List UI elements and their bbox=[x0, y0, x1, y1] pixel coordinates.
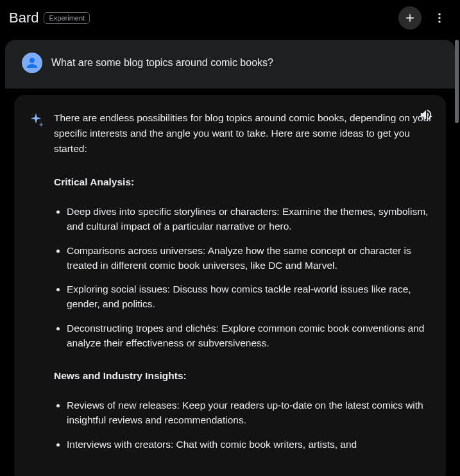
more-options-button[interactable] bbox=[428, 6, 451, 30]
user-avatar bbox=[22, 53, 42, 73]
brand-name: Bard bbox=[9, 10, 38, 26]
scrollbar[interactable] bbox=[455, 40, 459, 123]
header: Bard Experiment bbox=[0, 0, 460, 36]
response-container: There are endless possibilities for blog… bbox=[14, 95, 446, 476]
list-item: Interviews with creators: Chat with comi… bbox=[67, 437, 433, 452]
section-heading: Critical Analysis: bbox=[54, 174, 433, 190]
more-vertical-icon bbox=[433, 12, 446, 24]
section-heading: News and Industry Insights: bbox=[54, 368, 433, 384]
sparkle-icon bbox=[27, 112, 45, 130]
header-left: Bard Experiment bbox=[9, 10, 90, 26]
bard-avatar bbox=[27, 112, 45, 130]
bullet-list: Reviews of new releases: Keep your reade… bbox=[54, 398, 433, 452]
person-icon bbox=[24, 55, 40, 71]
list-item: Exploring social issues: Discuss how com… bbox=[67, 282, 433, 312]
user-message: What are some blog topics around comic b… bbox=[5, 40, 455, 89]
list-item: Deep dives into specific storylines or c… bbox=[67, 204, 433, 234]
list-item: Reviews of new releases: Keep your reade… bbox=[67, 398, 433, 428]
list-item: Deconstructing tropes and clichés: Explo… bbox=[67, 321, 433, 351]
svg-point-3 bbox=[438, 17, 440, 19]
list-item: Comparisons across universes: Analyze ho… bbox=[67, 243, 433, 273]
experiment-badge: Experiment bbox=[44, 12, 90, 24]
svg-point-4 bbox=[438, 21, 440, 22]
new-chat-button[interactable] bbox=[398, 6, 422, 30]
svg-point-5 bbox=[30, 58, 35, 63]
svg-point-2 bbox=[438, 13, 440, 15]
header-right bbox=[398, 6, 451, 30]
plus-icon bbox=[404, 12, 416, 24]
response-content: There are endless possibilities for blog… bbox=[27, 110, 433, 470]
response-intro: There are endless possibilities for blog… bbox=[54, 110, 433, 157]
response-text: There are endless possibilities for blog… bbox=[54, 110, 433, 470]
conversation-container: What are some blog topics around comic b… bbox=[0, 36, 460, 476]
speaker-icon bbox=[419, 108, 433, 122]
user-message-text: What are some blog topics around comic b… bbox=[51, 57, 273, 69]
bullet-list: Deep dives into specific storylines or c… bbox=[54, 204, 433, 350]
read-aloud-button[interactable] bbox=[419, 108, 433, 124]
